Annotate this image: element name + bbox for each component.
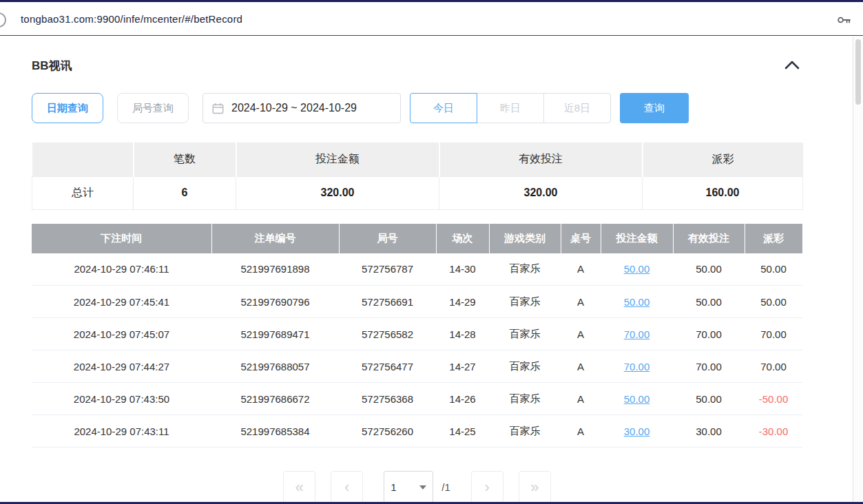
bet-amount-link[interactable]: 30.00 [601, 415, 673, 448]
session-cell: 14-28 [436, 318, 489, 350]
order-id-cell: 521997690796 [211, 286, 339, 318]
order-id-cell: 521997691898 [211, 253, 339, 286]
next-page-button[interactable]: › [471, 471, 503, 503]
order-id-cell: 521997689471 [211, 318, 339, 350]
records-header-time: 下注时间 [32, 224, 211, 253]
payout-cell: -50.00 [745, 383, 802, 415]
last8days-button[interactable]: 近8日 [543, 93, 611, 123]
filter-row: 日期查询 局号查询 2024-10-29 ~ 2024-10-29 今日 昨日 … [32, 93, 802, 123]
records-header-session: 场次 [436, 224, 489, 253]
records-table: 下注时间 注单编号 局号 场次 游戏类别 桌号 投注金额 有效投注 派彩 202… [32, 224, 802, 448]
game-type-cell: 百家乐 [489, 318, 561, 350]
bet-amount-link[interactable]: 50.00 [601, 253, 673, 286]
session-cell: 14-26 [436, 383, 489, 415]
record-row: 2024-10-29 07:43:50 521997686672 5727563… [32, 383, 802, 415]
chevron-down-icon [419, 485, 426, 490]
records-header-payout: 派彩 [745, 224, 802, 253]
payout-cell: -30.00 [745, 415, 802, 448]
pagination: « ‹ 1 /1 › » [32, 471, 802, 503]
table-no-cell: A [561, 286, 601, 318]
records-header-valid: 有效投注 [673, 224, 745, 253]
prev-page-button[interactable]: ‹ [331, 471, 363, 503]
records-header-order: 注单编号 [211, 224, 339, 253]
order-id-cell: 521997685384 [211, 415, 339, 448]
records-header-game: 游戏类别 [489, 224, 561, 253]
valid-bet-cell: 70.00 [673, 318, 745, 350]
bet-record-panel: BB视讯 日期查询 局号查询 2024-10-29 ~ 2024-10-29 今… [32, 58, 802, 503]
summary-header-payout: 派彩 [643, 143, 803, 176]
bet-amount-link[interactable]: 50.00 [601, 383, 673, 415]
game-type-cell: 百家乐 [489, 383, 561, 415]
round-id-cell: 572756260 [339, 415, 436, 448]
site-icon [0, 12, 6, 28]
record-row: 2024-10-29 07:43:11 521997685384 5727562… [32, 415, 802, 448]
chevron-up-icon[interactable] [782, 59, 802, 74]
game-type-cell: 百家乐 [489, 253, 561, 286]
valid-bet-cell: 50.00 [673, 383, 745, 415]
scrollbar[interactable] [853, 36, 863, 502]
browser-topbar: tongbao31.com:9900/infe/mcenter/#/betRec… [0, 0, 863, 36]
first-page-button[interactable]: « [283, 471, 315, 503]
page-total-label: /1 [441, 481, 450, 493]
last-page-button[interactable]: » [519, 471, 551, 503]
record-row: 2024-10-29 07:44:27 521997688057 5727564… [32, 350, 802, 383]
search-button[interactable]: 查询 [620, 93, 689, 123]
today-button[interactable]: 今日 [410, 93, 477, 123]
round-id-cell: 572756787 [339, 253, 436, 286]
summary-header-valid: 有效投注 [439, 143, 643, 176]
round-query-tab[interactable]: 局号查询 [117, 93, 189, 123]
order-id-cell: 521997688057 [211, 350, 339, 383]
records-header-table: 桌号 [561, 224, 601, 253]
table-no-cell: A [561, 253, 601, 286]
round-id-cell: 572756691 [339, 286, 436, 318]
date-range-input[interactable]: 2024-10-29 ~ 2024-10-29 [202, 93, 401, 123]
table-no-cell: A [561, 318, 601, 350]
url-text[interactable]: tongbao31.com:9900/infe/mcenter/#/betRec… [21, 13, 242, 25]
valid-bet-cell: 70.00 [673, 350, 745, 383]
record-row: 2024-10-29 07:45:41 521997690796 5727566… [32, 286, 802, 318]
records-body: 2024-10-29 07:46:11 521997691898 5727567… [32, 253, 802, 448]
records-header-round: 局号 [339, 224, 436, 253]
record-row: 2024-10-29 07:45:07 521997689471 5727565… [32, 318, 802, 350]
bet-time-cell: 2024-10-29 07:44:27 [32, 350, 211, 383]
game-type-cell: 百家乐 [489, 286, 561, 318]
bet-time-cell: 2024-10-29 07:46:11 [32, 253, 211, 286]
valid-bet-cell: 50.00 [673, 286, 745, 318]
summary-count-value: 6 [134, 176, 236, 209]
bet-amount-link[interactable]: 70.00 [601, 350, 673, 383]
session-cell: 14-30 [436, 253, 489, 286]
table-no-cell: A [561, 350, 601, 383]
session-cell: 14-27 [436, 350, 489, 383]
table-no-cell: A [561, 415, 601, 448]
section-title: BB视讯 [32, 58, 72, 74]
current-page-value: 1 [391, 481, 396, 493]
round-id-cell: 572756477 [339, 350, 436, 383]
summary-row-label: 总计 [32, 176, 134, 209]
summary-header-count: 笔数 [134, 143, 236, 176]
bet-time-cell: 2024-10-29 07:43:11 [32, 415, 211, 448]
summary-payout-value: 160.00 [643, 176, 803, 209]
valid-bet-cell: 50.00 [673, 253, 745, 286]
order-id-cell: 521997686672 [211, 383, 339, 415]
bet-time-cell: 2024-10-29 07:43:50 [32, 383, 211, 415]
page-select[interactable]: 1 [384, 471, 433, 503]
bet-amount-link[interactable]: 70.00 [601, 318, 673, 350]
date-query-tab[interactable]: 日期查询 [32, 93, 103, 123]
payout-cell: 50.00 [745, 286, 802, 318]
valid-bet-cell: 30.00 [673, 415, 745, 448]
scrollbar-thumb[interactable] [855, 39, 861, 105]
summary-row: 总计 6 320.00 320.00 160.00 [32, 176, 803, 209]
password-key-icon[interactable] [835, 12, 852, 28]
yesterday-button[interactable]: 昨日 [477, 93, 544, 123]
game-type-cell: 百家乐 [489, 350, 561, 383]
session-cell: 14-25 [436, 415, 489, 448]
summary-valid-value: 320.00 [439, 176, 643, 209]
summary-bet-value: 320.00 [236, 176, 439, 209]
calendar-icon [212, 103, 224, 114]
bet-amount-link[interactable]: 50.00 [601, 286, 673, 318]
round-id-cell: 572756368 [339, 383, 436, 415]
summary-header-bet: 投注金额 [236, 143, 439, 176]
payout-cell: 70.00 [745, 350, 802, 383]
quick-date-group: 今日 昨日 近8日 [410, 93, 611, 123]
table-no-cell: A [561, 383, 601, 415]
